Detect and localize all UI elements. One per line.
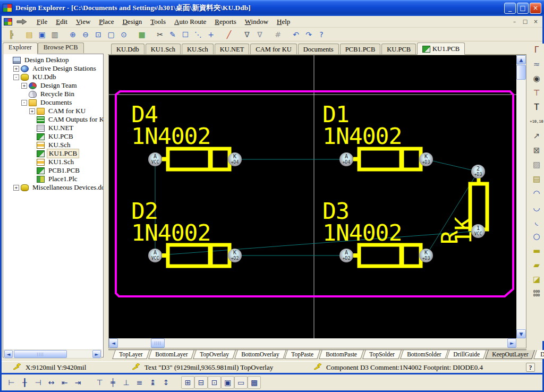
- menu-auto-route[interactable]: Auto Route: [170, 17, 210, 27]
- tree-item[interactable]: Recycle Bin: [3, 90, 103, 98]
- tree-item[interactable]: KU.PCB: [3, 132, 103, 141]
- open-icon[interactable]: ▤: [23, 29, 36, 40]
- layer-tab-toplayer[interactable]: TopLayer: [112, 350, 149, 359]
- menu-help[interactable]: Help: [273, 17, 294, 27]
- document-tab-ku1.pcb[interactable]: KU1.PCB: [417, 42, 465, 55]
- design-manager-icon[interactable]: ╠: [5, 29, 18, 40]
- tree-horizontal-scrollbar[interactable]: ◄ |||| ►: [4, 350, 101, 359]
- tree-item[interactable]: PCB1.PCB: [3, 166, 103, 175]
- align-bottom-icon[interactable]: ⊥: [120, 376, 133, 389]
- tree-item[interactable]: +Active Design Stations: [3, 64, 103, 73]
- tree-item[interactable]: KU.Sch: [3, 141, 103, 149]
- zoom-window-icon[interactable]: ⊡: [92, 29, 105, 40]
- layer-tab-topoverlay[interactable]: TopOverlay: [193, 350, 235, 359]
- decrease-vertical-spacing-icon[interactable]: ↨: [146, 376, 159, 389]
- align-right-icon[interactable]: ⊣: [31, 376, 45, 389]
- document-tab-ku.pcb[interactable]: KU.PCB: [381, 44, 416, 54]
- place-pad-icon[interactable]: ◉: [530, 72, 543, 85]
- tree-item[interactable]: KU1.Sch: [3, 158, 103, 166]
- tree-item[interactable]: +Design Team: [3, 81, 103, 90]
- layer-tab-drillguide[interactable]: DrillGuide: [446, 350, 486, 359]
- tree-item[interactable]: +CAM for KU: [3, 107, 103, 115]
- component-D3[interactable]: D31N4002: [322, 198, 421, 266]
- wizard-icon[interactable]: ╱: [223, 29, 235, 40]
- document-tab-ku1.sch[interactable]: KU1.Sch: [146, 44, 181, 54]
- panel-tab-browse-pcb[interactable]: Browse PCB: [38, 42, 84, 53]
- tree-item[interactable]: -Documents: [3, 98, 103, 107]
- expand-icon[interactable]: +: [21, 83, 27, 89]
- expand-icon[interactable]: +: [13, 66, 19, 72]
- distribute-vertical-icon[interactable]: ≡: [133, 376, 146, 389]
- tree-item[interactable]: +Miscellaneous Devices.ddb: [3, 183, 103, 192]
- save-icon[interactable]: ▣: [36, 29, 48, 40]
- tree-item[interactable]: CAM Outputs for KU: [3, 115, 103, 124]
- paste-array-icon[interactable]: 000 000: [530, 287, 543, 300]
- layer-tab-bottomlayer[interactable]: BottomLayer: [148, 350, 194, 359]
- document-tab-cam for ku[interactable]: CAM for KU: [250, 44, 296, 54]
- canvas-horizontal-scrollbar[interactable]: ◄ |||| ►: [109, 338, 516, 348]
- full-circle-icon[interactable]: ○: [530, 230, 543, 243]
- move-icon[interactable]: +: [205, 29, 217, 40]
- layer-tab-topsolder[interactable]: TopSolder: [362, 350, 401, 359]
- maximize-button[interactable]: □: [517, 3, 529, 14]
- panel-tab-explorer[interactable]: Explorer: [3, 42, 38, 54]
- scroll-left-icon[interactable]: ◄: [109, 338, 118, 348]
- mdi-restore-button[interactable]: □: [521, 18, 530, 25]
- scroll-right-icon[interactable]: ►: [507, 338, 516, 348]
- redo-icon[interactable]: ↷: [302, 29, 315, 40]
- layer-tab-keepoutlayer[interactable]: KeepOutLayer: [485, 350, 535, 359]
- menu-edit[interactable]: Edit: [52, 17, 72, 27]
- component-D4[interactable]: D41N4002: [131, 101, 230, 169]
- select-area-icon[interactable]: ☐: [179, 29, 192, 40]
- deselect-icon[interactable]: ⋱: [192, 29, 205, 40]
- scroll-down-icon[interactable]: ▼: [516, 329, 526, 338]
- menu-tools[interactable]: Tools: [146, 17, 170, 27]
- tree-item[interactable]: KU1.PCB: [3, 149, 103, 158]
- component-D2[interactable]: D21N4002: [131, 198, 230, 266]
- scroll-up-icon[interactable]: ▲: [516, 55, 526, 64]
- rectangle-fill-icon[interactable]: ▬: [530, 244, 543, 257]
- arc-edge-icon[interactable]: ◠: [530, 187, 543, 200]
- scroll-left-icon[interactable]: ◄: [4, 350, 13, 358]
- place-via-icon[interactable]: ⊤: [530, 87, 543, 99]
- app-logo-icon[interactable]: [4, 18, 12, 25]
- place-fill-icon[interactable]: ▨: [530, 158, 543, 171]
- interactive-routing-icon[interactable]: Γ: [530, 44, 543, 56]
- tree-item[interactable]: Design Desktop: [3, 56, 103, 64]
- arrange-within-room-icon[interactable]: ⊞: [181, 376, 194, 389]
- grid-icon[interactable]: #: [271, 29, 284, 40]
- help-icon[interactable]: ?: [315, 29, 328, 40]
- zoom-document-icon[interactable]: ▢: [105, 29, 117, 40]
- menu-view[interactable]: View: [72, 17, 95, 27]
- scroll-right-icon[interactable]: ►: [92, 350, 101, 358]
- place-dimension-icon[interactable]: ↗: [530, 130, 543, 142]
- canvas-vertical-scrollbar[interactable]: ▲ ▼: [516, 55, 526, 338]
- close-button[interactable]: ×: [530, 3, 541, 14]
- align-top-icon[interactable]: ⊤: [93, 376, 106, 389]
- shield-2-icon[interactable]: ∇: [253, 29, 266, 40]
- undo-icon[interactable]: ↶: [290, 29, 302, 40]
- document-tab-ku.ddb[interactable]: KU.Ddb: [111, 44, 144, 54]
- layer-tab-bottompaste[interactable]: BottomPaste: [319, 350, 363, 359]
- pcb-view-icon[interactable]: ▦: [135, 29, 148, 40]
- place-coordinate-icon[interactable]: +10,10: [530, 115, 543, 128]
- align-center-horizontal-icon[interactable]: ╂: [18, 376, 31, 389]
- menu-place[interactable]: Place: [95, 17, 118, 27]
- place-room-icon[interactable]: ⊠: [530, 144, 543, 157]
- tree-item[interactable]: Place1.Plc: [3, 175, 103, 183]
- place-component-icon[interactable]: ▤: [530, 173, 543, 185]
- polygon-plane-icon[interactable]: ▰: [530, 259, 543, 271]
- split-plane-icon[interactable]: ◪: [530, 273, 543, 286]
- place-string-icon[interactable]: T: [530, 101, 543, 114]
- layer-tab-bottomoverlay[interactable]: BottomOverlay: [234, 350, 286, 359]
- mdi-minimize-button[interactable]: –: [510, 18, 519, 25]
- scrollbar-thumb[interactable]: [516, 65, 526, 80]
- menu-file[interactable]: File: [32, 17, 52, 27]
- collapse-icon[interactable]: -: [13, 74, 19, 80]
- layer-tab-toppaste[interactable]: TopPaste: [284, 350, 320, 359]
- zoom-point-icon[interactable]: ⊙: [117, 29, 130, 40]
- layer-tab-bottomsolder[interactable]: BottomSolder: [400, 350, 448, 359]
- document-tab-pcb1.pcb[interactable]: PCB1.PCB: [340, 44, 381, 54]
- increase-vertical-spacing-icon[interactable]: ↕: [159, 376, 173, 389]
- zoom-in-icon[interactable]: ⊕: [66, 29, 79, 40]
